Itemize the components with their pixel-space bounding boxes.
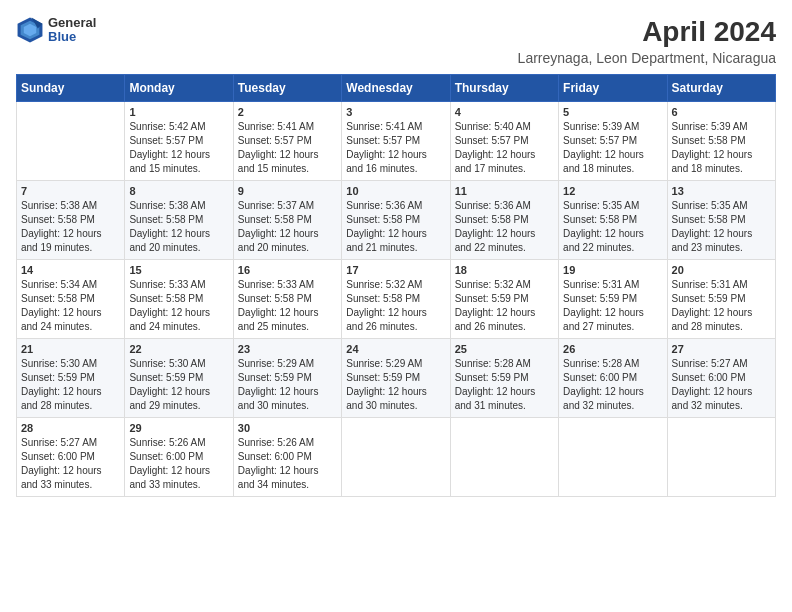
location: Larreynaga, Leon Department, Nicaragua	[518, 50, 776, 66]
day-info: Sunrise: 5:32 AMSunset: 5:59 PMDaylight:…	[455, 278, 554, 334]
day-number: 27	[672, 343, 771, 355]
day-number: 1	[129, 106, 228, 118]
day-info: Sunrise: 5:29 AMSunset: 5:59 PMDaylight:…	[238, 357, 337, 413]
day-info: Sunrise: 5:36 AMSunset: 5:58 PMDaylight:…	[346, 199, 445, 255]
calendar-week-4: 21 Sunrise: 5:30 AMSunset: 5:59 PMDaylig…	[17, 339, 776, 418]
day-number: 18	[455, 264, 554, 276]
weekday-header-monday: Monday	[125, 75, 233, 102]
day-info: Sunrise: 5:40 AMSunset: 5:57 PMDaylight:…	[455, 120, 554, 176]
calendar-cell: 14 Sunrise: 5:34 AMSunset: 5:58 PMDaylig…	[17, 260, 125, 339]
title-section: April 2024 Larreynaga, Leon Department, …	[518, 16, 776, 66]
day-number: 2	[238, 106, 337, 118]
day-info: Sunrise: 5:28 AMSunset: 6:00 PMDaylight:…	[563, 357, 662, 413]
day-info: Sunrise: 5:36 AMSunset: 5:58 PMDaylight:…	[455, 199, 554, 255]
calendar-cell: 28 Sunrise: 5:27 AMSunset: 6:00 PMDaylig…	[17, 418, 125, 497]
calendar-cell: 6 Sunrise: 5:39 AMSunset: 5:58 PMDayligh…	[667, 102, 775, 181]
calendar-cell	[667, 418, 775, 497]
day-number: 24	[346, 343, 445, 355]
calendar-week-1: 1 Sunrise: 5:42 AMSunset: 5:57 PMDayligh…	[17, 102, 776, 181]
day-number: 4	[455, 106, 554, 118]
day-number: 25	[455, 343, 554, 355]
day-number: 3	[346, 106, 445, 118]
day-info: Sunrise: 5:39 AMSunset: 5:58 PMDaylight:…	[672, 120, 771, 176]
calendar-week-2: 7 Sunrise: 5:38 AMSunset: 5:58 PMDayligh…	[17, 181, 776, 260]
day-number: 11	[455, 185, 554, 197]
calendar-cell: 10 Sunrise: 5:36 AMSunset: 5:58 PMDaylig…	[342, 181, 450, 260]
weekday-header-thursday: Thursday	[450, 75, 558, 102]
day-info: Sunrise: 5:38 AMSunset: 5:58 PMDaylight:…	[129, 199, 228, 255]
weekday-header-tuesday: Tuesday	[233, 75, 341, 102]
calendar-cell: 12 Sunrise: 5:35 AMSunset: 5:58 PMDaylig…	[559, 181, 667, 260]
page-header: General Blue April 2024 Larreynaga, Leon…	[16, 16, 776, 66]
day-info: Sunrise: 5:35 AMSunset: 5:58 PMDaylight:…	[672, 199, 771, 255]
day-info: Sunrise: 5:37 AMSunset: 5:58 PMDaylight:…	[238, 199, 337, 255]
day-number: 19	[563, 264, 662, 276]
logo-blue-text: Blue	[48, 30, 96, 44]
day-info: Sunrise: 5:31 AMSunset: 5:59 PMDaylight:…	[672, 278, 771, 334]
day-info: Sunrise: 5:27 AMSunset: 6:00 PMDaylight:…	[672, 357, 771, 413]
day-number: 22	[129, 343, 228, 355]
day-info: Sunrise: 5:33 AMSunset: 5:58 PMDaylight:…	[129, 278, 228, 334]
day-number: 15	[129, 264, 228, 276]
calendar-cell	[342, 418, 450, 497]
weekday-header-row: SundayMondayTuesdayWednesdayThursdayFrid…	[17, 75, 776, 102]
day-info: Sunrise: 5:26 AMSunset: 6:00 PMDaylight:…	[238, 436, 337, 492]
day-number: 23	[238, 343, 337, 355]
calendar-cell: 21 Sunrise: 5:30 AMSunset: 5:59 PMDaylig…	[17, 339, 125, 418]
day-info: Sunrise: 5:34 AMSunset: 5:58 PMDaylight:…	[21, 278, 120, 334]
calendar-cell: 20 Sunrise: 5:31 AMSunset: 5:59 PMDaylig…	[667, 260, 775, 339]
calendar-cell: 23 Sunrise: 5:29 AMSunset: 5:59 PMDaylig…	[233, 339, 341, 418]
calendar-table: SundayMondayTuesdayWednesdayThursdayFrid…	[16, 74, 776, 497]
calendar-cell: 29 Sunrise: 5:26 AMSunset: 6:00 PMDaylig…	[125, 418, 233, 497]
calendar-cell: 2 Sunrise: 5:41 AMSunset: 5:57 PMDayligh…	[233, 102, 341, 181]
day-number: 26	[563, 343, 662, 355]
calendar-cell: 26 Sunrise: 5:28 AMSunset: 6:00 PMDaylig…	[559, 339, 667, 418]
day-number: 16	[238, 264, 337, 276]
calendar-cell: 15 Sunrise: 5:33 AMSunset: 5:58 PMDaylig…	[125, 260, 233, 339]
day-number: 20	[672, 264, 771, 276]
day-number: 28	[21, 422, 120, 434]
day-info: Sunrise: 5:30 AMSunset: 5:59 PMDaylight:…	[21, 357, 120, 413]
weekday-header-friday: Friday	[559, 75, 667, 102]
calendar-cell: 19 Sunrise: 5:31 AMSunset: 5:59 PMDaylig…	[559, 260, 667, 339]
calendar-cell: 9 Sunrise: 5:37 AMSunset: 5:58 PMDayligh…	[233, 181, 341, 260]
calendar-cell: 5 Sunrise: 5:39 AMSunset: 5:57 PMDayligh…	[559, 102, 667, 181]
weekday-header-saturday: Saturday	[667, 75, 775, 102]
calendar-cell	[17, 102, 125, 181]
logo-general-text: General	[48, 16, 96, 30]
calendar-cell: 27 Sunrise: 5:27 AMSunset: 6:00 PMDaylig…	[667, 339, 775, 418]
calendar-cell: 30 Sunrise: 5:26 AMSunset: 6:00 PMDaylig…	[233, 418, 341, 497]
calendar-cell: 8 Sunrise: 5:38 AMSunset: 5:58 PMDayligh…	[125, 181, 233, 260]
calendar-cell: 1 Sunrise: 5:42 AMSunset: 5:57 PMDayligh…	[125, 102, 233, 181]
day-info: Sunrise: 5:26 AMSunset: 6:00 PMDaylight:…	[129, 436, 228, 492]
day-info: Sunrise: 5:27 AMSunset: 6:00 PMDaylight:…	[21, 436, 120, 492]
day-info: Sunrise: 5:41 AMSunset: 5:57 PMDaylight:…	[238, 120, 337, 176]
calendar-cell: 4 Sunrise: 5:40 AMSunset: 5:57 PMDayligh…	[450, 102, 558, 181]
day-info: Sunrise: 5:28 AMSunset: 5:59 PMDaylight:…	[455, 357, 554, 413]
calendar-cell	[450, 418, 558, 497]
weekday-header-wednesday: Wednesday	[342, 75, 450, 102]
day-number: 17	[346, 264, 445, 276]
day-number: 29	[129, 422, 228, 434]
day-number: 5	[563, 106, 662, 118]
day-info: Sunrise: 5:35 AMSunset: 5:58 PMDaylight:…	[563, 199, 662, 255]
day-number: 12	[563, 185, 662, 197]
calendar-cell: 3 Sunrise: 5:41 AMSunset: 5:57 PMDayligh…	[342, 102, 450, 181]
day-info: Sunrise: 5:41 AMSunset: 5:57 PMDaylight:…	[346, 120, 445, 176]
weekday-header-sunday: Sunday	[17, 75, 125, 102]
calendar-cell: 18 Sunrise: 5:32 AMSunset: 5:59 PMDaylig…	[450, 260, 558, 339]
day-info: Sunrise: 5:32 AMSunset: 5:58 PMDaylight:…	[346, 278, 445, 334]
day-info: Sunrise: 5:30 AMSunset: 5:59 PMDaylight:…	[129, 357, 228, 413]
day-number: 8	[129, 185, 228, 197]
day-number: 9	[238, 185, 337, 197]
calendar-header: SundayMondayTuesdayWednesdayThursdayFrid…	[17, 75, 776, 102]
calendar-week-3: 14 Sunrise: 5:34 AMSunset: 5:58 PMDaylig…	[17, 260, 776, 339]
calendar-cell: 7 Sunrise: 5:38 AMSunset: 5:58 PMDayligh…	[17, 181, 125, 260]
day-info: Sunrise: 5:42 AMSunset: 5:57 PMDaylight:…	[129, 120, 228, 176]
day-number: 21	[21, 343, 120, 355]
calendar-cell: 24 Sunrise: 5:29 AMSunset: 5:59 PMDaylig…	[342, 339, 450, 418]
day-number: 10	[346, 185, 445, 197]
calendar-cell: 25 Sunrise: 5:28 AMSunset: 5:59 PMDaylig…	[450, 339, 558, 418]
day-number: 30	[238, 422, 337, 434]
calendar-cell: 22 Sunrise: 5:30 AMSunset: 5:59 PMDaylig…	[125, 339, 233, 418]
